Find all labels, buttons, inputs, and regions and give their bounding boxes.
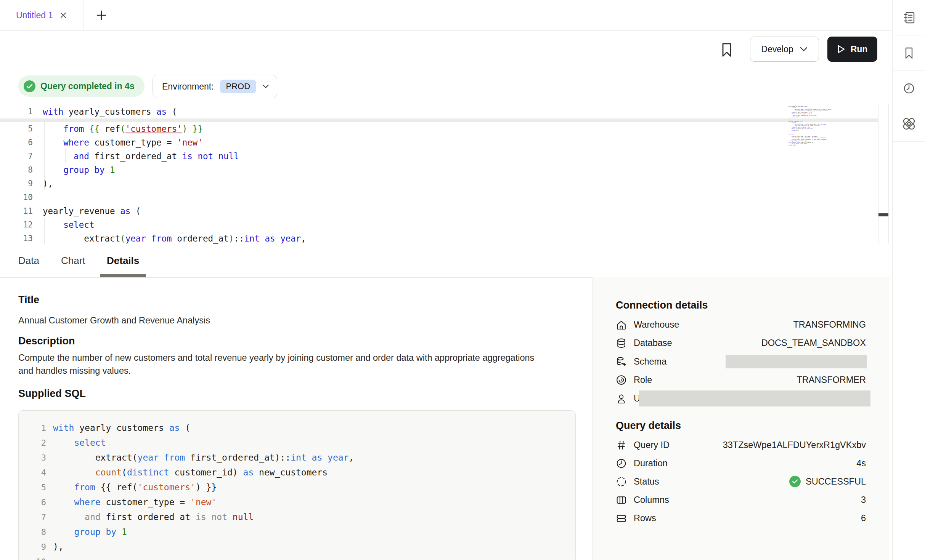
line-number: 9 (0, 177, 43, 190)
run-label: Run (851, 44, 868, 54)
code-line: 2 select (19, 435, 575, 450)
develop-label: Develop (761, 44, 793, 54)
line-number: 7 (0, 149, 43, 163)
spinner-icon (615, 476, 627, 488)
check-circle-icon (24, 80, 35, 92)
code-line: 1with yearly_customers as ( (19, 421, 575, 435)
develop-dropdown-button[interactable]: Develop (750, 37, 819, 62)
connection-row-database: DatabaseDOCS_TEAM_SANDBOX (615, 334, 878, 352)
scrollbar-thumb[interactable] (878, 213, 888, 216)
query-status-pill: Query completed in 4s (18, 75, 145, 97)
chevron-down-icon (800, 46, 808, 52)
code-line: 10 (0, 190, 888, 204)
right-sidebar (892, 0, 925, 560)
detail-value: 4s (856, 458, 866, 469)
detail-value: 6 (861, 513, 866, 523)
environment-value-chip: PROD (220, 80, 257, 93)
detail-label: Warehouse (634, 320, 679, 330)
line-number: 3 (19, 450, 53, 465)
dbt-star-icon (901, 116, 917, 132)
sql-editor[interactable]: 1with yearly_customers as (5 from {{ ref… (0, 104, 888, 244)
environment-label: Environment: (162, 82, 214, 92)
detail-label: Status (634, 477, 659, 487)
editor-scrollbar[interactable] (878, 104, 889, 244)
document-tab-title: Untitled 1 (16, 10, 53, 21)
detail-label: Rows (634, 513, 656, 523)
query-row-columns: Columns3 (615, 491, 878, 509)
environment-selector[interactable]: Environment: PROD (153, 75, 277, 98)
sidebar-item-bookmarks[interactable] (893, 35, 925, 71)
hash-icon (615, 439, 627, 451)
title-value: Annual Customer Growth and Revenue Analy… (18, 314, 210, 327)
user-icon (615, 393, 627, 405)
code-line: 4 count(distinct customer_id) as new_cus… (19, 465, 575, 480)
detail-label: Schema (634, 357, 666, 367)
ide-root: Untitled 1 Develop Run Query completed i… (0, 0, 925, 560)
line-number: 8 (19, 525, 53, 539)
code-line: 7 and first_ordered_at is not null (19, 510, 575, 525)
line-number: 8 (0, 163, 43, 177)
line-number: 10 (0, 190, 43, 204)
line-number: 2 (19, 435, 53, 450)
sidebar-item-notebook[interactable] (893, 0, 925, 35)
notebook-icon (901, 10, 917, 25)
results-tab-bar: Data Chart Details (0, 244, 889, 278)
line-number: 5 (19, 480, 53, 495)
redacted-value (639, 390, 870, 406)
tab-details[interactable]: Details (107, 244, 139, 277)
detail-label: Database (634, 338, 672, 348)
play-icon (837, 45, 845, 54)
detail-label: Role (634, 375, 652, 385)
close-icon[interactable] (59, 11, 67, 19)
detail-value: TRANSFORMING (793, 320, 866, 330)
chevron-down-icon (262, 84, 269, 89)
code-line: 9), (19, 539, 575, 554)
description-value: Compute the number of new customers and … (18, 351, 548, 377)
bookmark-icon (901, 45, 917, 61)
line-number: 1 (0, 105, 43, 118)
line-number: 9 (19, 539, 53, 554)
redacted-value (726, 355, 867, 368)
query-row-duration: Duration4s (615, 454, 878, 472)
sidebar-item-history[interactable] (893, 71, 925, 106)
document-tab[interactable]: Untitled 1 (0, 0, 84, 30)
indent-guide (44, 121, 45, 190)
code-line: 8 group by 1 (19, 525, 575, 539)
code-line: 5 from {{ ref('customers') }} (19, 480, 575, 495)
columns-icon (615, 494, 627, 506)
code-line: 6 where customer_type = 'new' (0, 136, 888, 149)
line-number: 4 (19, 465, 53, 480)
status-text: SUCCESSFUL (806, 477, 866, 487)
active-tab-underline (100, 274, 146, 277)
run-button[interactable]: Run (827, 37, 877, 62)
sidebar-item-dbt[interactable] (893, 106, 925, 142)
tab-chart[interactable]: Chart (61, 244, 85, 277)
folded-lines-indicator[interactable] (0, 118, 888, 122)
code-line: 1with yearly_customers as ( (0, 105, 888, 118)
tab-data[interactable]: Data (18, 244, 39, 277)
query-row-query-id: Query ID33TZseWpe1ALFDUYerxR1gVKxbv (615, 436, 878, 454)
line-number: 13 (0, 232, 43, 245)
description-section-heading: Description (18, 335, 75, 347)
bookmark-icon (719, 41, 734, 59)
role-icon (615, 374, 627, 386)
supplied-sql-block: 1with yearly_customers as (2 select3 ext… (18, 410, 576, 560)
editor-minimap[interactable]: with yearly_customers as ( select extrac… (788, 106, 846, 146)
plus-icon (96, 10, 107, 21)
code-line: 9), (0, 177, 888, 190)
query-row-status: StatusSUCCESSFUL (615, 472, 878, 491)
connection-row-schema: Schema (615, 352, 878, 371)
detail-value: 33TZseWpe1ALFDUYerxR1gVKxbv (723, 440, 866, 450)
code-line: 11yearly_revenue as ( (0, 204, 888, 218)
code-line: 13 extract(year from ordered_at)::int as… (0, 232, 888, 245)
new-tab-button[interactable] (91, 0, 112, 30)
indent-guide (65, 149, 66, 163)
editor-lines: 1with yearly_customers as (5 from {{ ref… (0, 104, 888, 245)
detail-label: Duration (634, 458, 668, 469)
connection-details-heading: Connection details (616, 299, 708, 311)
detail-label: Query ID (634, 440, 670, 450)
history-icon (901, 81, 917, 96)
connection-row-user: User (615, 389, 878, 408)
bookmark-button[interactable] (719, 41, 734, 59)
connection-row-role: RoleTRANSFORMER (615, 371, 878, 389)
